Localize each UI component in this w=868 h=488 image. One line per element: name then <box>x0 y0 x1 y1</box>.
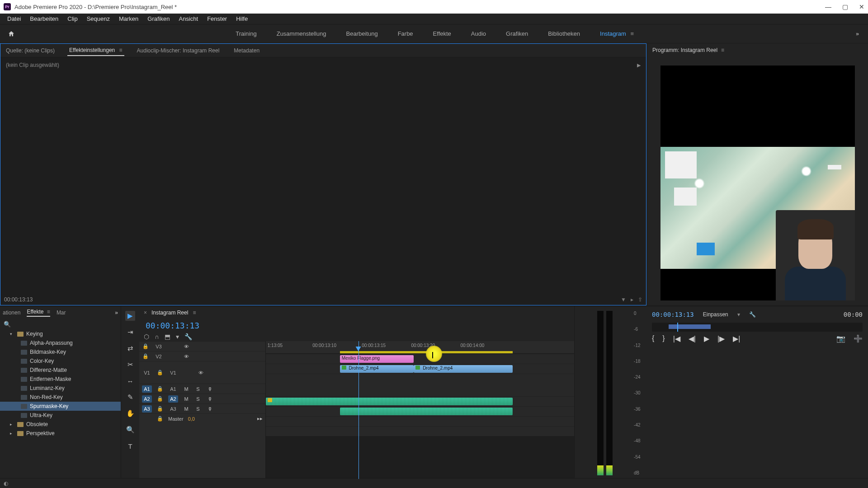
export-frame-button[interactable]: 📷 <box>836 334 845 343</box>
lock-icon[interactable]: 🔒 <box>142 343 149 349</box>
program-zoom-fit[interactable]: Einpassen <box>703 311 728 318</box>
folder-perspective[interactable]: ▸ Perspektive <box>0 429 121 438</box>
play-button[interactable]: ▶ <box>704 334 709 343</box>
solo-button[interactable]: S <box>194 406 202 412</box>
slip-tool[interactable]: ↔ <box>125 376 135 386</box>
menu-help[interactable]: Hilfe <box>231 14 252 23</box>
track-header-master[interactable]: 🔒 Master 0,0 ▸▸ <box>139 413 265 423</box>
src-a1[interactable]: A1 <box>142 385 152 393</box>
skip-icon[interactable]: ▸▸ <box>257 416 263 422</box>
target-a1[interactable]: A1 <box>168 385 178 393</box>
track-header-a1[interactable]: A1 🔒 A1 M S 🎙 <box>139 384 265 394</box>
mark-in-button[interactable]: { <box>652 334 654 343</box>
mute-button[interactable]: M <box>183 396 190 402</box>
eye-icon[interactable]: 👁 <box>183 354 190 359</box>
track-a3[interactable] <box>266 416 574 426</box>
track-a2[interactable] <box>266 406 574 416</box>
lock-icon[interactable]: 🔒 <box>156 386 164 392</box>
lock-icon[interactable]: 🔒 <box>142 353 149 359</box>
target-v3[interactable]: V3 <box>154 343 164 350</box>
workspace-menu-icon[interactable]: ≡ <box>631 30 634 37</box>
ripple-edit-tool[interactable]: ⇄ <box>125 343 135 353</box>
program-zoom-dropdown-icon[interactable]: ▾ <box>737 311 740 318</box>
tab-source[interactable]: Quelle: (keine Clips) <box>4 46 57 56</box>
mute-button[interactable]: M <box>183 386 190 392</box>
folder-keying[interactable]: ▾ Keying <box>0 329 121 338</box>
eye-icon[interactable]: 👁 <box>183 344 190 349</box>
go-to-in-button[interactable]: |◀ <box>673 334 680 343</box>
record-icon[interactable]: 🎙 <box>206 396 213 402</box>
minimize-button[interactable]: — <box>825 3 831 10</box>
playhead[interactable] <box>359 341 359 479</box>
tab-effects[interactable]: Effekte ≡ <box>27 309 50 317</box>
menu-markers[interactable]: Marken <box>114 14 143 23</box>
track-v2[interactable]: Drohne_2.mp4 Drohne_2.mp4 <box>266 364 574 374</box>
menu-edit[interactable]: Bearbeiten <box>25 14 63 23</box>
tab-audio-mixer[interactable]: Audioclip-Mischer: Instagram Reel <box>135 46 222 56</box>
selection-tool[interactable]: ▶ <box>125 311 135 321</box>
master-value[interactable]: 0,0 <box>188 416 195 422</box>
workspace-audio[interactable]: Audio <box>468 28 489 39</box>
src-a3[interactable]: A3 <box>142 405 152 413</box>
src-a2[interactable]: A2 <box>142 395 152 403</box>
type-tool[interactable]: T <box>125 441 135 451</box>
menu-file[interactable]: Datei <box>3 14 25 23</box>
workspace-editing[interactable]: Bearbeitung <box>344 28 381 39</box>
go-to-out-button[interactable]: ▶| <box>733 334 740 343</box>
track-header-a3[interactable]: A3 🔒 A3 M S 🎙 <box>139 404 265 413</box>
program-tc-left[interactable]: 00:00:13:13 <box>652 311 694 318</box>
close-button[interactable]: ✕ <box>859 3 864 10</box>
effect-image-matte-key[interactable]: Bildmaske-Key <box>0 347 121 357</box>
wrench-icon[interactable]: 🔧 <box>184 333 192 340</box>
effect-alpha-adjust[interactable]: Alpha-Anpassung <box>0 338 121 347</box>
settings-icon[interactable]: ▾ <box>176 333 179 340</box>
menu-graphics[interactable]: Grafiken <box>143 14 174 23</box>
workspace-effects[interactable]: Effekte <box>430 28 454 39</box>
target-v1[interactable]: V1 <box>168 369 178 376</box>
program-range[interactable] <box>669 324 711 329</box>
clip-audio-a2[interactable] <box>340 408 513 415</box>
zoom-tool[interactable]: 🔍 <box>125 425 135 435</box>
twisty-closed-icon[interactable]: ▸ <box>10 422 14 427</box>
effect-color-key[interactable]: Color-Key <box>0 357 121 366</box>
track-header-v3[interactable]: 🔒 V3 👁 <box>139 341 265 351</box>
sequence-menu-icon[interactable]: ≡ <box>193 310 196 316</box>
workspace-graphics[interactable]: Grafiken <box>503 28 531 39</box>
hand-tool[interactable]: ✋ <box>125 408 135 418</box>
twisty-open-icon[interactable]: ▾ <box>10 332 14 336</box>
mark-out-button[interactable]: } <box>662 334 665 343</box>
effect-difference-matte[interactable]: Differenz-Matte <box>0 366 121 375</box>
target-v2[interactable]: V2 <box>154 353 164 360</box>
menu-clip[interactable]: Clip <box>63 14 82 23</box>
lock-icon[interactable]: 🔒 <box>156 416 164 422</box>
toggle-arrow-icon[interactable]: ▶ <box>637 62 641 68</box>
folder-obsolete[interactable]: ▸ Obsolete <box>0 420 121 429</box>
workspace-training[interactable]: Training <box>233 28 259 39</box>
add-marker-icon[interactable]: ⬒ <box>165 333 170 340</box>
target-a2[interactable]: A2 <box>168 395 178 403</box>
tab-info-truncated[interactable]: ationen <box>3 310 20 316</box>
button-editor-icon[interactable]: ➕ <box>854 334 863 343</box>
sequence-name[interactable]: Instagram Reel <box>151 310 188 316</box>
time-ruler[interactable]: 1:13:05 00:00:13:10 00:00:13:15 00:00:13… <box>266 341 574 354</box>
track-v1[interactable] <box>266 374 574 396</box>
effect-remove-matte[interactable]: Entfernen-Maske <box>0 375 121 384</box>
step-back-button[interactable]: ◀| <box>689 334 696 343</box>
track-header-a2[interactable]: A2 🔒 A2 M S 🎙 <box>139 394 265 404</box>
program-monitor-viewport[interactable] <box>647 57 868 305</box>
menu-sequence[interactable]: Sequenz <box>82 14 114 23</box>
effect-luma-key[interactable]: Luminanz-Key <box>0 384 121 393</box>
razor-tool[interactable]: ✂ <box>125 360 135 370</box>
play-icon[interactable]: ▸ <box>631 296 633 303</box>
menu-view[interactable]: Ansicht <box>174 14 203 23</box>
solo-button[interactable]: S <box>194 396 202 402</box>
src-v1[interactable]: V1 <box>142 369 152 376</box>
clip-drone-2b[interactable]: Drohne_2.mp4 <box>414 365 512 373</box>
effects-overflow[interactable]: » <box>115 310 118 316</box>
timeline-timecode[interactable]: 00:00:13:13 <box>146 321 199 330</box>
sequence-close[interactable]: × <box>144 310 147 316</box>
track-area[interactable]: 1:13:05 00:00:13:10 00:00:13:15 00:00:13… <box>266 341 574 479</box>
track-master[interactable] <box>266 426 574 436</box>
workspace-assembly[interactable]: Zusammenstellung <box>274 28 329 39</box>
linked-selection-icon[interactable]: ∩ <box>155 333 159 340</box>
